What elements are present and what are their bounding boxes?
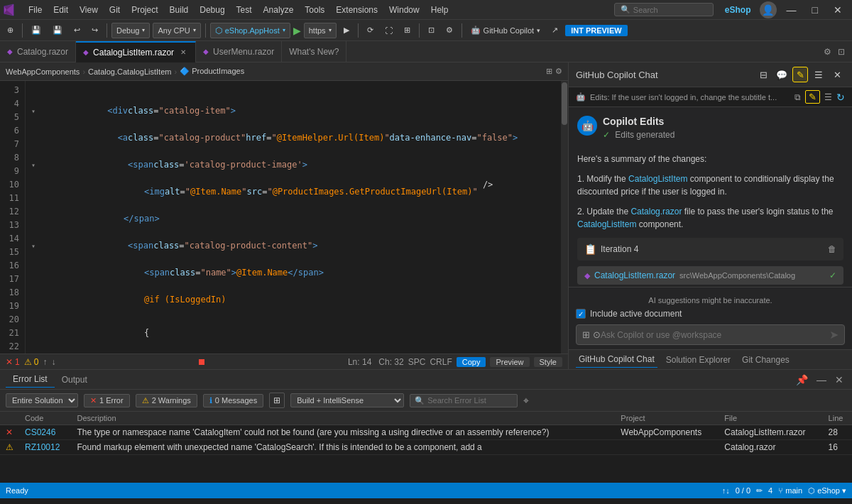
copilot-more-icon[interactable]: ☰: [824, 92, 832, 102]
errors-filter-btn[interactable]: ✕ 1 Error: [84, 394, 130, 407]
table-row[interactable]: ✕ CS0246 The type or namespace name 'Cat…: [0, 425, 852, 440]
menu-file[interactable]: File: [23, 2, 48, 18]
tab-settings-btn[interactable]: ⚙ ⊡: [816, 47, 852, 57]
grid-icon[interactable]: ⊞: [582, 329, 590, 340]
copilot-chat-tab-main[interactable]: GitHub Copilot Chat: [576, 351, 657, 368]
error-list-tab[interactable]: Error List: [6, 371, 55, 388]
toolbar-btn-5[interactable]: ⚙: [442, 24, 457, 36]
col-description[interactable]: Description: [72, 412, 616, 425]
menu-view[interactable]: View: [74, 2, 104, 18]
copilot-edit-mode-btn[interactable]: ✎: [792, 67, 808, 82]
menu-search-input[interactable]: [633, 6, 690, 14]
menu-edit[interactable]: Edit: [48, 2, 74, 18]
start-url-btn[interactable]: ▶: [339, 24, 354, 36]
include-active-doc-checkbox[interactable]: ✓: [576, 309, 586, 319]
panel-close-icon[interactable]: ✕: [832, 373, 846, 387]
maximize-button[interactable]: □: [805, 0, 825, 20]
fold-icon[interactable]: ▾: [31, 104, 36, 118]
send-icon[interactable]: ➤: [829, 328, 839, 341]
at-icon[interactable]: ⊙: [593, 329, 601, 340]
error-code-link[interactable]: CS0246: [25, 427, 55, 437]
menu-test[interactable]: Test: [231, 2, 258, 18]
output-tab[interactable]: Output: [55, 372, 94, 388]
warning-code-link[interactable]: RZ10012: [25, 442, 60, 452]
copilot-link-cataloglistitem[interactable]: CatalogListItem: [628, 174, 687, 184]
menu-analyze[interactable]: Analyze: [258, 2, 300, 18]
editor-settings-icon[interactable]: ⚙: [555, 67, 562, 76]
git-branches-icon[interactable]: ↑↓: [722, 486, 730, 495]
editor-content[interactable]: 3 4 5 6 7 8 9 10 11 12 13 14 15 16 17 18: [0, 81, 568, 354]
toolbar-btn-4[interactable]: ⊡: [424, 24, 439, 36]
start-button[interactable]: ▶: [293, 25, 301, 36]
toolbar-btn-1[interactable]: ⟳: [363, 24, 378, 36]
tab-cataloglistitem-razor[interactable]: ◆ CatalogListItem.razor ✕: [76, 41, 196, 62]
scroll-thumb[interactable]: [562, 82, 567, 125]
style-button[interactable]: Style: [534, 357, 562, 367]
copilot-chat-tab-git[interactable]: Git Changes: [739, 352, 792, 368]
copy-button[interactable]: Copy: [457, 357, 486, 367]
tab-close-icon[interactable]: ✕: [178, 48, 188, 57]
encoding[interactable]: SPC: [408, 357, 426, 367]
copilot-refresh-icon[interactable]: ↻: [836, 92, 845, 103]
tab-usermenu-razor[interactable]: ◆ UserMenu.razor: [196, 41, 282, 62]
up-arrow-icon[interactable]: ↑: [43, 357, 47, 367]
down-arrow-icon[interactable]: ↓: [51, 357, 55, 367]
menu-git[interactable]: Git: [104, 2, 126, 18]
url-dropdown[interactable]: https ▾: [304, 23, 337, 38]
editor-split-icon[interactable]: ⊞: [546, 67, 552, 76]
copilot-edit-icon[interactable]: ✎: [805, 90, 820, 104]
platform-dropdown[interactable]: Any CPU ▾: [153, 23, 200, 38]
fold-icon[interactable]: ▾: [31, 239, 36, 253]
user-avatar[interactable]: 👤: [760, 1, 777, 18]
col-code[interactable]: Code: [19, 412, 72, 425]
fold-icon[interactable]: ▾: [31, 158, 36, 172]
preview-button[interactable]: Preview: [490, 357, 529, 367]
error-indicator[interactable]: ✕ 1: [6, 357, 20, 367]
col-project[interactable]: Project: [615, 412, 719, 425]
filter-options-btn[interactable]: ⊞: [269, 393, 285, 408]
copilot-file-1[interactable]: ◆ CatalogListItem.razor src\WebAppCompon…: [577, 266, 843, 285]
copilot-link-catalograzor[interactable]: Catalog.razor: [630, 207, 682, 217]
search-options-icon[interactable]: ⌖: [523, 395, 529, 407]
toolbar-undo[interactable]: ↩: [70, 24, 84, 36]
error-search-box[interactable]: 🔍: [410, 394, 518, 407]
menu-project[interactable]: Project: [126, 2, 163, 18]
toolbar-save-all[interactable]: 💾: [48, 24, 67, 36]
copilot-settings-btn[interactable]: ☰: [811, 67, 826, 82]
copilot-chat-tab-solution[interactable]: Solution Explorer: [663, 352, 733, 368]
minimize-button[interactable]: —: [780, 0, 804, 20]
panel-minimize-icon[interactable]: —: [814, 373, 829, 387]
menu-extensions[interactable]: Extensions: [330, 2, 383, 18]
build-filter-dropdown[interactable]: Build + IntelliSense: [290, 393, 404, 407]
menu-debug[interactable]: Debug: [194, 2, 230, 18]
apphost-dropdown[interactable]: ⬡ eShop.AppHost ▾: [210, 23, 290, 38]
copilot-iteration[interactable]: 📋 Iteration 4 🗑: [577, 238, 843, 261]
menu-window[interactable]: Window: [383, 2, 425, 18]
warnings-filter-btn[interactable]: ⚠ 2 Warnings: [136, 394, 197, 407]
col-type[interactable]: [0, 412, 19, 425]
debug-config-dropdown[interactable]: Debug ▾: [111, 23, 150, 38]
trash-icon[interactable]: 🗑: [828, 244, 836, 254]
table-row[interactable]: ⚠ RZ10012 Found markup element with unex…: [0, 440, 852, 455]
warning-indicator[interactable]: ⚠ 0: [24, 357, 39, 367]
toolbar-new-file[interactable]: ⊕: [3, 24, 18, 36]
copilot-history-btn[interactable]: ⊟: [755, 67, 771, 82]
close-button[interactable]: ✕: [826, 0, 849, 20]
messages-filter-btn[interactable]: ℹ 0 Messages: [203, 394, 263, 407]
toolbar-redo[interactable]: ↪: [87, 24, 102, 36]
eshop-status[interactable]: ⬡ eShop ▾: [808, 486, 846, 495]
col-file[interactable]: File: [719, 412, 822, 425]
error-search-input[interactable]: [427, 396, 513, 405]
copilot-chat-input[interactable]: [601, 330, 829, 340]
copilot-content[interactable]: 🤖 Copilot Edits ✓ Edits generated Here's…: [569, 107, 852, 287]
editor-scrollbar[interactable]: [561, 81, 568, 354]
breadcrumb-member[interactable]: 🔷 ProductImages: [180, 67, 244, 76]
line-ending[interactable]: CRLF: [430, 357, 452, 367]
col-line[interactable]: Line: [823, 412, 852, 425]
toolbar-btn-3[interactable]: ⊞: [400, 24, 415, 36]
github-copilot-button[interactable]: 🤖 GitHub Copilot ▾: [466, 24, 545, 36]
menu-help[interactable]: Help: [425, 2, 454, 18]
tab-whats-new[interactable]: What's New?: [282, 41, 346, 62]
copilot-conversation-btn[interactable]: 💬: [774, 67, 790, 82]
breadcrumb-project[interactable]: WebAppComponents: [6, 67, 80, 76]
